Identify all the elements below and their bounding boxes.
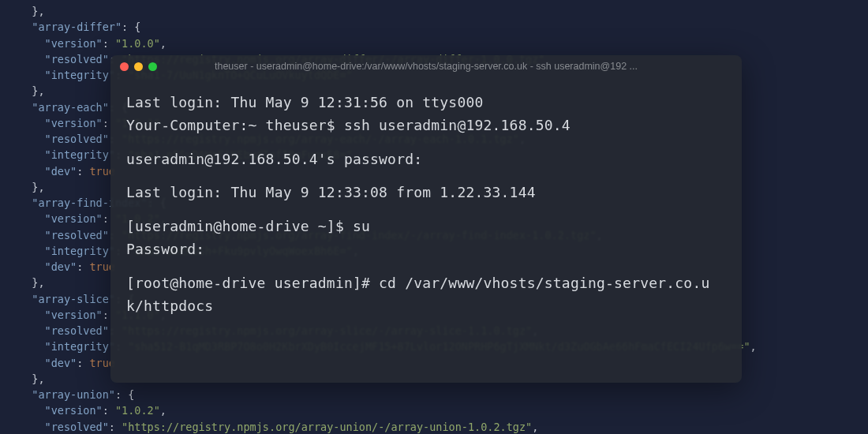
code-line: "resolved": "https://registry.npmjs.org/… [0, 419, 868, 435]
terminal-title: theuser - useradmin@home-drive:/var/www/… [110, 59, 742, 74]
code-line: "version": "1.0.2", [0, 402, 868, 418]
terminal-titlebar[interactable]: theuser - useradmin@home-drive:/var/www/… [110, 55, 742, 77]
minimize-icon[interactable] [134, 62, 143, 71]
terminal-line [126, 204, 726, 215]
close-icon[interactable] [120, 62, 129, 71]
terminal-line: useradmin@192.168.50.4's password: [126, 148, 726, 171]
terminal-line [126, 261, 726, 272]
code-line: "array-differ": { [0, 19, 868, 35]
terminal-line: Password: [126, 238, 726, 261]
code-line: "array-union": { [0, 387, 868, 402]
terminal-line: [useradmin@home-drive ~]$ su [126, 215, 726, 238]
terminal-line: [root@home-drive useradmin]# cd /var/www… [126, 272, 726, 318]
terminal-line: Your-Computer:~ theuser$ ssh useradmin@1… [126, 114, 726, 137]
terminal-body[interactable]: Last login: Thu May 9 12:31:56 on ttys00… [110, 77, 742, 331]
window-controls [120, 62, 157, 71]
terminal-line: Last login: Thu May 9 12:31:56 on ttys00… [126, 92, 726, 114]
terminal-line: Last login: Thu May 9 12:33:08 from 1.22… [126, 181, 726, 204]
code-line: }, [0, 3, 868, 19]
terminal-line [126, 137, 726, 148]
terminal-line [126, 170, 726, 181]
code-line: "version": "1.0.0", [0, 36, 868, 51]
terminal-window[interactable]: theuser - useradmin@home-drive:/var/www/… [110, 55, 742, 383]
maximize-icon[interactable] [148, 62, 157, 71]
